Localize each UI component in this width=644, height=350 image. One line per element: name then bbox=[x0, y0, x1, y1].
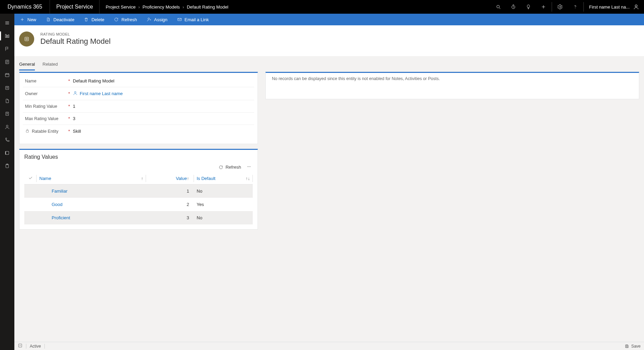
breadcrumb: Project Service › Proficiency Models › D… bbox=[100, 0, 235, 14]
hamburger-icon[interactable] bbox=[0, 16, 14, 29]
assign-label: Assign bbox=[154, 17, 168, 22]
svg-rect-13 bbox=[8, 35, 9, 38]
svg-rect-37 bbox=[25, 37, 29, 41]
required-indicator: * bbox=[67, 91, 71, 96]
form-panel: Name * Default Rating Model Owner * bbox=[19, 72, 258, 144]
rating-is-default: No bbox=[194, 184, 253, 198]
tab-related[interactable]: Related bbox=[42, 60, 58, 70]
field-name-value[interactable]: Default Rating Model bbox=[71, 78, 254, 83]
svg-rect-28 bbox=[5, 151, 9, 154]
nav-item-flag[interactable] bbox=[0, 42, 14, 55]
svg-rect-11 bbox=[5, 34, 6, 37]
user-menu[interactable]: First name Last na... bbox=[584, 0, 644, 14]
svg-rect-46 bbox=[626, 346, 628, 348]
save-button[interactable]: Save bbox=[625, 344, 641, 349]
svg-point-6 bbox=[575, 8, 575, 8]
lightbulb-icon[interactable] bbox=[521, 0, 536, 14]
grid-col-value[interactable]: Value ↑ bbox=[146, 173, 194, 184]
left-nav bbox=[0, 14, 14, 350]
grid-refresh-button[interactable]: Refresh bbox=[219, 165, 241, 170]
field-min-rating-value[interactable]: 1 bbox=[71, 104, 254, 109]
nav-item-list[interactable] bbox=[0, 81, 14, 94]
svg-point-5 bbox=[560, 6, 561, 8]
required-indicator: * bbox=[67, 129, 71, 134]
field-ratable-entity-label: Ratable Entity bbox=[23, 128, 67, 134]
lock-icon bbox=[25, 128, 30, 134]
delete-button[interactable]: Delete bbox=[79, 14, 109, 25]
rating-name-link[interactable]: Proficient bbox=[52, 215, 70, 220]
chevron-right-icon: › bbox=[183, 4, 184, 10]
grid-more-icon[interactable] bbox=[245, 164, 253, 170]
timer-icon[interactable] bbox=[506, 0, 521, 14]
svg-point-43 bbox=[250, 166, 251, 167]
assign-button[interactable]: Assign bbox=[142, 14, 172, 25]
required-indicator: * bbox=[67, 104, 71, 109]
rating-is-default: No bbox=[194, 211, 253, 224]
nav-item-receipt[interactable] bbox=[0, 107, 14, 120]
svg-point-41 bbox=[248, 166, 248, 167]
nav-item-calendar[interactable] bbox=[0, 68, 14, 81]
record-type-label: RATING MODEL bbox=[40, 32, 110, 36]
search-icon[interactable] bbox=[491, 0, 506, 14]
field-owner-label: Owner bbox=[23, 91, 67, 96]
field-min-rating-label: Min Rating Value bbox=[23, 104, 67, 109]
nav-item-panel[interactable] bbox=[0, 146, 14, 159]
save-label: Save bbox=[631, 344, 641, 349]
sort-icon: ↑↓ bbox=[246, 176, 250, 181]
field-max-rating-value[interactable]: 3 bbox=[71, 116, 254, 121]
grid-select-all[interactable] bbox=[24, 173, 37, 184]
empty-message: No records can be displayed since this e… bbox=[272, 76, 633, 81]
svg-point-38 bbox=[26, 38, 28, 40]
notes-panel: No records can be displayed since this e… bbox=[265, 72, 639, 99]
svg-rect-12 bbox=[7, 35, 8, 38]
gear-icon[interactable] bbox=[553, 0, 568, 14]
rating-name-link[interactable]: Good bbox=[52, 202, 63, 207]
nav-item-note[interactable] bbox=[0, 55, 14, 68]
grid-col-name[interactable]: Name ↑ bbox=[37, 173, 146, 184]
app-name[interactable]: Project Service bbox=[50, 0, 100, 14]
help-icon[interactable] bbox=[568, 0, 583, 14]
table-row[interactable]: Familiar 1 No bbox=[24, 184, 253, 198]
grid-col-is-default[interactable]: Is Default ↑↓ bbox=[194, 173, 253, 184]
page-title: Default Rating Model bbox=[40, 37, 110, 46]
add-icon[interactable] bbox=[536, 0, 551, 14]
sort-asc-icon: ↑ bbox=[187, 176, 189, 181]
sort-asc-icon: ↑ bbox=[141, 176, 144, 181]
breadcrumb-item-0[interactable]: Project Service bbox=[106, 4, 135, 10]
email-link-label: Email a Link bbox=[185, 17, 209, 22]
nav-item-clipboard[interactable] bbox=[0, 159, 14, 172]
breadcrumb-item-1[interactable]: Proficiency Models bbox=[143, 4, 180, 10]
owner-link[interactable]: First name Last name bbox=[80, 91, 123, 96]
person-icon bbox=[633, 4, 639, 10]
svg-rect-22 bbox=[5, 86, 9, 89]
nav-item-file[interactable] bbox=[0, 94, 14, 107]
rating-is-default: Yes bbox=[194, 198, 253, 211]
svg-line-1 bbox=[499, 8, 500, 9]
nav-item-project[interactable] bbox=[0, 29, 14, 42]
table-row[interactable]: Good 2 Yes bbox=[24, 198, 253, 211]
footer-expand-icon[interactable] bbox=[18, 343, 23, 349]
field-name-label: Name bbox=[23, 79, 67, 83]
deactivate-button[interactable]: Deactivate bbox=[41, 14, 79, 25]
svg-rect-40 bbox=[26, 130, 29, 132]
svg-rect-45 bbox=[626, 345, 628, 346]
svg-point-35 bbox=[148, 18, 149, 20]
table-row[interactable]: Proficient 3 No bbox=[24, 211, 253, 224]
field-owner-value[interactable]: First name Last name bbox=[71, 91, 254, 96]
breadcrumb-item-2[interactable]: Default Rating Model bbox=[187, 4, 228, 10]
tab-general[interactable]: General bbox=[19, 60, 35, 70]
grid-refresh-label: Refresh bbox=[225, 165, 241, 170]
svg-rect-44 bbox=[18, 344, 22, 347]
email-link-button[interactable]: Email a Link bbox=[172, 14, 214, 25]
svg-rect-18 bbox=[5, 74, 9, 77]
nav-item-phone[interactable] bbox=[0, 133, 14, 146]
deactivate-label: Deactivate bbox=[53, 17, 74, 22]
refresh-label: Refresh bbox=[121, 17, 137, 22]
svg-point-39 bbox=[75, 91, 76, 93]
refresh-button[interactable]: Refresh bbox=[109, 14, 142, 25]
delete-label: Delete bbox=[91, 17, 104, 22]
nav-item-person[interactable] bbox=[0, 120, 14, 133]
new-button[interactable]: New bbox=[14, 14, 41, 25]
brand-logo[interactable]: Dynamics 365 bbox=[0, 0, 50, 14]
rating-name-link[interactable]: Familiar bbox=[52, 189, 67, 194]
